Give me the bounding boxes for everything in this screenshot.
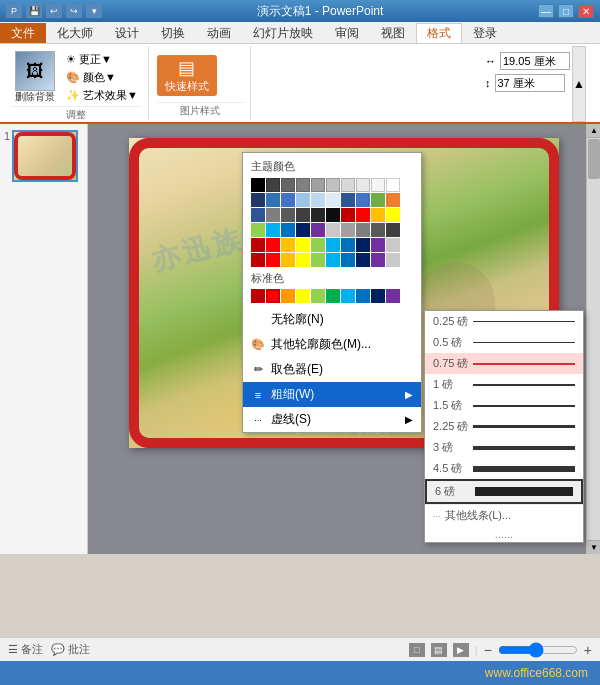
eyedropper-item[interactable]: ✏ 取色器(E) [243, 357, 421, 382]
tab-format[interactable]: 格式 [416, 23, 462, 43]
weight-item[interactable]: ≡ 粗细(W) ▶ [243, 382, 421, 407]
color-swatch[interactable] [296, 223, 310, 237]
color-swatch[interactable] [251, 178, 265, 192]
view-show-btn[interactable]: ▶ [453, 643, 469, 657]
maximize-button[interactable]: □ [558, 4, 574, 18]
ribbon-scroll-up[interactable]: ▲ [572, 46, 586, 122]
color-swatch[interactable] [311, 208, 325, 222]
color-swatch[interactable] [341, 253, 355, 267]
color-swatch[interactable] [386, 193, 400, 207]
color-swatch[interactable] [311, 223, 325, 237]
tab-review[interactable]: 审阅 [324, 23, 370, 43]
art-effect-btn[interactable]: ✨ 艺术效果▼ [62, 87, 142, 104]
color-swatch[interactable] [281, 223, 295, 237]
scroll-down-btn[interactable]: ▼ [587, 540, 600, 554]
weight-item-45[interactable]: 4.5 磅 [425, 458, 583, 479]
color-swatch[interactable] [341, 193, 355, 207]
color-swatch[interactable] [386, 208, 400, 222]
view-normal-btn[interactable]: □ [409, 643, 425, 657]
color-swatch[interactable] [251, 223, 265, 237]
weight-item-075[interactable]: 0.75 磅 [425, 353, 583, 374]
weight-item-3[interactable]: 3 磅 [425, 437, 583, 458]
weight-item-225[interactable]: 2.25 磅 [425, 416, 583, 437]
minimize-button[interactable]: — [538, 4, 554, 18]
std-color-swatch[interactable] [371, 289, 385, 303]
color-swatch[interactable] [386, 238, 400, 252]
std-color-swatch[interactable] [341, 289, 355, 303]
color-swatch[interactable] [266, 178, 280, 192]
tab-huadashi[interactable]: 化大师 [46, 23, 104, 43]
color-swatch[interactable] [251, 253, 265, 267]
color-swatch[interactable] [311, 193, 325, 207]
color-swatch[interactable] [281, 253, 295, 267]
color-swatch[interactable] [371, 208, 385, 222]
color-swatch[interactable] [251, 208, 265, 222]
color-swatch[interactable] [386, 223, 400, 237]
color-swatch[interactable] [281, 193, 295, 207]
color-swatch[interactable] [341, 223, 355, 237]
color-swatch[interactable] [371, 223, 385, 237]
color-swatch[interactable] [266, 223, 280, 237]
color-swatch[interactable] [281, 178, 295, 192]
color-swatch[interactable] [356, 193, 370, 207]
color-swatch[interactable] [311, 253, 325, 267]
weight-item-05[interactable]: 0.5 磅 [425, 332, 583, 353]
tab-view[interactable]: 视图 [370, 23, 416, 43]
color-swatch[interactable] [296, 193, 310, 207]
color-swatch[interactable] [341, 208, 355, 222]
tab-slideshow[interactable]: 幻灯片放映 [242, 23, 324, 43]
color-swatch[interactable] [371, 238, 385, 252]
canvas-scrollbar[interactable]: ▲ ▼ [586, 124, 600, 554]
color-swatch[interactable] [311, 178, 325, 192]
color-swatch[interactable] [356, 223, 370, 237]
view-outline-btn[interactable]: ▤ [431, 643, 447, 657]
color-swatch[interactable] [311, 238, 325, 252]
more-lines-item[interactable]: ··· 其他线条(L)... [425, 504, 583, 526]
customize-icon[interactable]: ▾ [86, 4, 102, 18]
weight-item-6[interactable]: 6 磅 [425, 479, 583, 504]
std-color-swatch[interactable] [386, 289, 400, 303]
color-swatch[interactable] [251, 238, 265, 252]
tab-animation[interactable]: 动画 [196, 23, 242, 43]
color-swatch[interactable] [266, 238, 280, 252]
dash-item[interactable]: ··· 虚线(S) ▶ [243, 407, 421, 432]
std-color-swatch[interactable] [281, 289, 295, 303]
color-btn[interactable]: 🎨 颜色▼ [62, 69, 142, 86]
width-input[interactable] [500, 52, 570, 70]
color-swatch[interactable] [266, 253, 280, 267]
tab-design[interactable]: 设计 [104, 23, 150, 43]
correction-btn[interactable]: ☀ 更正▼ [62, 51, 142, 68]
color-swatch[interactable] [266, 193, 280, 207]
close-button[interactable]: ✕ [578, 4, 594, 18]
color-swatch[interactable] [326, 193, 340, 207]
remove-bg-btn[interactable]: 🖼 删除背景 [10, 48, 60, 106]
color-swatch[interactable] [326, 238, 340, 252]
color-swatch[interactable] [326, 223, 340, 237]
tab-switch[interactable]: 切换 [150, 23, 196, 43]
color-swatch[interactable] [356, 238, 370, 252]
std-color-swatch[interactable] [296, 289, 310, 303]
color-swatch[interactable] [371, 193, 385, 207]
color-swatch[interactable] [371, 253, 385, 267]
color-swatch[interactable] [341, 238, 355, 252]
no-outline-item[interactable]: 无轮廓(N) [243, 307, 421, 332]
color-swatch[interactable] [326, 178, 340, 192]
save-icon[interactable]: 💾 [26, 4, 42, 18]
std-color-swatch[interactable] [356, 289, 370, 303]
color-swatch[interactable] [356, 178, 370, 192]
zoom-in-btn[interactable]: + [584, 642, 592, 658]
weight-item-15[interactable]: 1.5 磅 [425, 395, 583, 416]
weight-item-1[interactable]: 1 磅 [425, 374, 583, 395]
tab-file[interactable]: 文件 [0, 23, 46, 43]
weight-item-025[interactable]: 0.25 磅 [425, 311, 583, 332]
tab-login[interactable]: 登录 [462, 23, 508, 43]
std-color-swatch[interactable] [251, 289, 265, 303]
color-swatch[interactable] [251, 193, 265, 207]
other-color-item[interactable]: 🎨 其他轮廓颜色(M)... [243, 332, 421, 357]
color-swatch[interactable] [386, 178, 400, 192]
color-swatch[interactable] [356, 253, 370, 267]
notes-btn[interactable]: ☰ 备注 [8, 642, 43, 657]
quick-style-btn[interactable]: ▤ 快速样式 [157, 55, 217, 96]
comments-btn[interactable]: 💬 批注 [51, 642, 90, 657]
undo-icon[interactable]: ↩ [46, 4, 62, 18]
